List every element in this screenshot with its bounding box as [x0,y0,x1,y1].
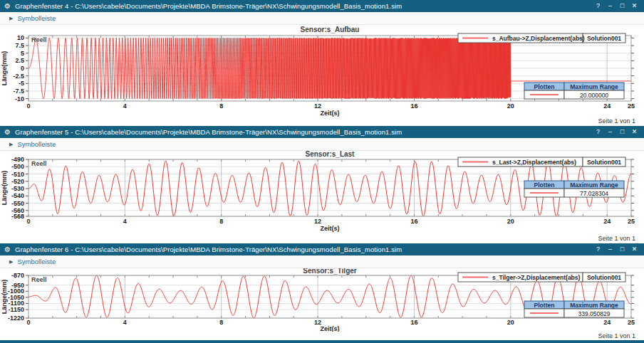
svg-text:Maximum Range: Maximum Range [570,302,618,309]
svg-text:-520: -520 [11,178,24,185]
toolbar-row-symbolleiste[interactable]: ▶ Symbolleiste [0,255,644,268]
svg-text:Länge(mm): Länge(mm) [1,51,8,86]
page-indicator: Seite 1 von 1 [0,332,644,340]
toolbar-label: Symbolleiste [17,14,56,22]
svg-text:-7.5: -7.5 [13,88,24,95]
svg-text:4: 4 [123,102,127,110]
close-button[interactable]: ✕ [629,244,640,255]
help-button[interactable]: ? [593,1,603,11]
svg-text:Reell: Reell [31,160,47,167]
toolbar-label: Symbolleiste [17,140,56,148]
svg-text:-510: -510 [11,171,24,178]
svg-text:Zeit(s): Zeit(s) [321,110,340,117]
svg-text:Solution001: Solution001 [587,159,621,166]
svg-text:339.050829: 339.050829 [578,310,611,317]
svg-text:Solution001: Solution001 [587,274,621,281]
expander-arrow-icon: ▶ [9,259,13,265]
chart-area-last: -490-500-510-520-530-540-550-560-5680481… [0,151,644,234]
window-5-title: Graphenfenster 5 - C:\Users\cabele\Docum… [15,128,593,136]
graph-window-4: ⚙ Graphenfenster 4 - C:\Users\cabele\Doc… [0,0,644,126]
maximize-button[interactable]: □ [617,1,628,11]
svg-text:Sensor:s_Aufbau: Sensor:s_Aufbau [301,26,360,33]
toolbar-row-symbolleiste[interactable]: ▶ Symbolleiste [0,12,644,25]
window-controls: ? – □ ✕ [593,244,640,255]
svg-text:12: 12 [314,218,321,225]
svg-text:16: 16 [410,102,417,110]
graph-window-6: ⚙ Graphenfenster 6 - C:\Users\cabele\Doc… [0,243,644,340]
close-button[interactable]: ✕ [629,127,640,137]
svg-text:77.028304: 77.028304 [580,190,608,197]
bottom-titlebar-strip [0,340,644,343]
svg-text:s_Last->Z,Displacement(abs): s_Last->Z,Displacement(abs) [492,159,576,166]
svg-text:s_Aufbau->Z,Displacement(abs): s_Aufbau->Z,Displacement(abs) [492,35,585,42]
minimize-button[interactable]: – [605,244,616,255]
svg-text:25: 25 [628,102,635,110]
close-button[interactable]: ✕ [629,1,640,11]
svg-text:-490: -490 [11,156,24,163]
chart-canvas-tilger: -870-950-1000-1050-1100-1150-12200481216… [0,268,644,332]
gear-icon: ⚙ [4,0,11,12]
svg-text:0: 0 [21,65,24,72]
svg-text:10: 10 [17,34,24,41]
svg-text:-1150: -1150 [8,306,24,313]
svg-text:-870: -870 [11,272,24,279]
svg-text:s_Tilger->Z,Displacement(abs): s_Tilger->Z,Displacement(abs) [492,274,581,281]
svg-text:-1220: -1220 [8,315,24,322]
svg-text:8: 8 [219,102,223,110]
svg-text:20: 20 [507,102,514,110]
svg-text:Maximum Range: Maximum Range [570,83,618,90]
svg-text:Zeit(s): Zeit(s) [321,325,340,332]
page-indicator: Seite 1 von 1 [0,117,644,126]
svg-text:25: 25 [628,319,635,326]
window-controls: ? – □ ✕ [593,1,640,11]
svg-text:Sensor:s_Last: Sensor:s_Last [306,151,355,158]
svg-text:24: 24 [603,319,611,326]
svg-text:24: 24 [603,218,611,225]
gear-icon: ⚙ [4,126,11,138]
svg-text:25: 25 [628,218,635,225]
gear-icon: ⚙ [4,243,11,255]
svg-text:24: 24 [603,102,611,110]
window-4-title: Graphenfenster 4 - C:\Users\cabele\Docum… [15,2,593,10]
svg-text:Reell: Reell [31,276,47,283]
svg-text:Plotten: Plotten [534,302,555,309]
svg-text:Länge(mm): Länge(mm) [1,171,8,206]
window-6-title: Graphenfenster 6 - C:\Users\cabele\Docum… [15,246,593,253]
maximize-button[interactable]: □ [617,244,628,255]
svg-text:Sensor:s_Tilger: Sensor:s_Tilger [303,268,357,275]
page-indicator: Seite 1 von 1 [0,234,644,243]
svg-text:20.000000: 20.000000 [580,92,608,99]
help-button[interactable]: ? [593,244,603,255]
svg-text:8: 8 [219,319,223,326]
svg-text:0: 0 [26,102,30,110]
svg-text:Plotten: Plotten [534,83,555,90]
chart-canvas-aufbau: 107.552.50-2.5-5-7.5-100481216202425Reel… [0,25,644,117]
svg-text:2.5: 2.5 [15,57,24,64]
toolbar-row-symbolleiste[interactable]: ▶ Symbolleiste [0,138,644,151]
svg-text:Länge(mm): Länge(mm) [1,280,8,315]
svg-text:Maximum Range: Maximum Range [570,181,618,189]
svg-text:0: 0 [26,319,30,326]
window-4-titlebar: ⚙ Graphenfenster 4 - C:\Users\cabele\Doc… [0,0,644,12]
svg-text:16: 16 [410,218,417,225]
svg-text:7.5: 7.5 [15,42,24,49]
maximize-button[interactable]: □ [617,127,628,137]
chart-area-aufbau: 107.552.50-2.5-5-7.5-100481216202425Reel… [0,25,644,117]
minimize-button[interactable]: – [605,127,616,137]
toolbar-label: Symbolleiste [17,258,56,265]
svg-text:Solution001: Solution001 [587,35,621,42]
chart-canvas-last: -490-500-510-520-530-540-550-560-5680481… [0,151,644,234]
svg-text:Zeit(s): Zeit(s) [321,225,340,232]
minimize-button[interactable]: – [605,1,616,11]
svg-text:-2.5: -2.5 [13,73,24,80]
help-button[interactable]: ? [593,127,603,137]
window-controls: ? – □ ✕ [593,127,640,137]
svg-text:16: 16 [410,319,417,326]
svg-text:12: 12 [314,102,321,110]
svg-text:4: 4 [123,319,127,326]
chart-area-tilger: -870-950-1000-1050-1100-1150-12200481216… [0,268,644,332]
window-6-titlebar: ⚙ Graphenfenster 6 - C:\Users\cabele\Doc… [0,243,644,255]
graph-window-5: ⚙ Graphenfenster 5 - C:\Users\cabele\Doc… [0,126,644,243]
svg-text:20: 20 [507,319,514,326]
svg-text:-568: -568 [11,213,24,220]
